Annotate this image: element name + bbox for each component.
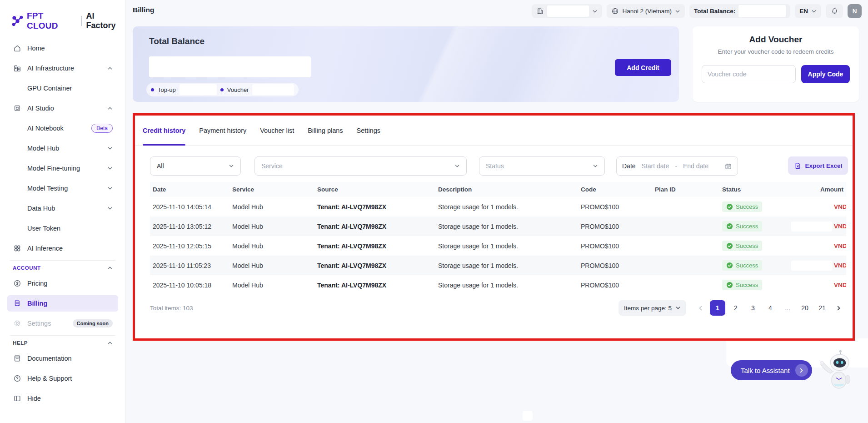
cell-code: PROMO$100 [578, 197, 652, 217]
sidebar-item-model-testing[interactable]: Model Testing [7, 180, 118, 196]
region-selector[interactable]: Hanoi 2 (Vietnam) [607, 4, 685, 18]
chevron-right-icon [795, 364, 808, 377]
sidebar-item-label: Home [27, 45, 113, 52]
voucher-code-input[interactable] [702, 65, 796, 83]
pricing-icon [13, 279, 22, 287]
sidebar-item-model-fine-tuning[interactable]: Model Fine-tuning [7, 160, 118, 176]
cell-service: Model Hub [229, 256, 314, 275]
sidebar-item-pricing[interactable]: Pricing [7, 275, 118, 292]
cell-service: Model Hub [229, 236, 314, 256]
topbar-controls: Hanoi 2 (Vietnam) Total Balance: EN N [532, 4, 862, 18]
sidebar-item-hide[interactable]: Hide [7, 390, 118, 407]
chevron-down-icon[interactable] [107, 206, 113, 211]
sidebar-item-home[interactable]: Home [7, 40, 118, 56]
date-range-separator: - [675, 162, 677, 170]
status-label: Success [736, 203, 758, 210]
sidebar-item-data-hub[interactable]: Data Hub [7, 200, 118, 217]
apply-code-button[interactable]: Apply Code [801, 65, 850, 83]
type-filter-select[interactable]: All [150, 156, 241, 176]
sidebar-item-documentation[interactable]: Documentation [7, 350, 118, 367]
sidebar-item-ai-notebook[interactable]: AI NotebookBeta [7, 120, 118, 136]
chevron-up-icon[interactable] [107, 265, 113, 271]
assistant-robot-mascot[interactable] [815, 349, 858, 398]
logo-divider [81, 16, 82, 26]
talk-to-assistant-button[interactable]: Talk to Assistant [731, 360, 812, 380]
sidebar-section-account: ACCOUNT [13, 265, 113, 271]
notifications-button[interactable] [826, 4, 843, 18]
chevron-down-icon [454, 163, 460, 169]
status-badge: Success [722, 201, 762, 212]
sidebar-section-help: HELP [13, 340, 113, 346]
language-selector[interactable]: EN [795, 4, 821, 18]
previous-page-button[interactable] [694, 300, 706, 316]
cell-service: Model Hub [229, 275, 314, 295]
column-header-date: Date [150, 182, 229, 197]
page-button-21[interactable]: 21 [815, 300, 829, 316]
cell-description: Storage usage for 1 models. [435, 217, 578, 236]
page-button-20[interactable]: 20 [798, 300, 812, 316]
page-button-4[interactable]: 4 [763, 300, 777, 316]
balance-value-redacted [738, 5, 786, 17]
tenant-selector[interactable] [532, 4, 602, 18]
sidebar-item-label: AI Studio [27, 105, 102, 112]
add-credit-button[interactable]: Add Credit [615, 59, 671, 76]
chevron-down-icon [675, 305, 681, 311]
brand-logo-text: FPT CLOUD [27, 11, 76, 31]
page-button-3[interactable]: 3 [746, 300, 760, 316]
language-value: EN [799, 8, 808, 15]
sidebar-item-help-support[interactable]: Help & Support [7, 370, 118, 387]
chevron-down-icon[interactable] [107, 146, 113, 151]
total-balance-summary[interactable]: Total Balance: [689, 4, 790, 18]
chevron-up-icon[interactable] [107, 106, 113, 111]
check-circle-icon [726, 282, 733, 288]
check-circle-icon [726, 262, 733, 269]
calendar-icon[interactable] [724, 162, 732, 170]
cell-service: Model Hub [229, 217, 314, 236]
filters-row: All Service Status Date Start date - End… [150, 156, 848, 176]
tab-voucher-list[interactable]: Voucher list [260, 116, 294, 145]
next-page-button[interactable] [833, 300, 844, 316]
cell-date: 2025-11-10 13:05:12 [150, 217, 229, 236]
amount-currency: VND [834, 281, 846, 288]
tab-billing-plans[interactable]: Billing plans [308, 116, 343, 145]
sidebar-item-billing[interactable]: Billing [7, 295, 118, 312]
column-header-source: Source [314, 182, 435, 197]
tab-settings[interactable]: Settings [357, 116, 380, 145]
beta-badge: Beta [91, 124, 113, 133]
brand-logo: FPT CLOUD AI Factory [0, 0, 125, 38]
sidebar-item-ai-infrastructure[interactable]: AI Infrastructure [7, 60, 118, 76]
chevron-up-icon[interactable] [107, 65, 113, 71]
service-filter-select[interactable]: Service [254, 156, 467, 176]
status-filter-select[interactable]: Status [479, 156, 605, 176]
page-button-2[interactable]: 2 [729, 300, 743, 316]
user-avatar[interactable]: N [848, 4, 862, 18]
table-body: 2025-11-10 14:05:14Model HubTenant: AI-L… [150, 197, 846, 295]
chevron-up-icon[interactable] [107, 340, 113, 346]
cell-amount: VND [788, 236, 846, 256]
sidebar-item-label: Settings [27, 320, 67, 327]
tab-credit-history[interactable]: Credit history [143, 116, 185, 145]
sidebar-item-ai-inference[interactable]: AI Inference [7, 240, 118, 257]
product-name: AI Factory [86, 11, 125, 30]
chevron-down-icon[interactable] [107, 166, 113, 171]
sidebar-item-model-hub[interactable]: Model Hub [7, 140, 118, 156]
date-range-picker[interactable]: Date Start date - End date [616, 156, 738, 176]
topup-value-redacted [180, 84, 217, 95]
cell-description: Storage usage for 1 models. [435, 236, 578, 256]
sidebar-section-label: ACCOUNT [13, 265, 107, 271]
sidebar-item-user-token[interactable]: User Token [7, 220, 118, 237]
sidebar-item-label: User Token [27, 225, 113, 232]
tab-payment-history[interactable]: Payment history [199, 116, 246, 145]
cell-status: Success [719, 197, 788, 217]
table-row: 2025-11-10 13:05:12Model HubTenant: AI-L… [150, 217, 846, 236]
items-per-page-select[interactable]: Items per page: 5 [619, 300, 686, 316]
export-excel-button[interactable]: Export Excel [788, 156, 848, 175]
page-button-1[interactable]: 1 [710, 300, 725, 316]
check-circle-icon [726, 223, 733, 230]
sidebar-item-gpu-container[interactable]: GPU Container [7, 80, 118, 96]
pagination: Items per page: 5 1234...2021 [619, 300, 844, 316]
sidebar-item-settings[interactable]: SettingsComing soon [7, 315, 118, 332]
amount-currency: VND [834, 222, 846, 229]
sidebar-item-ai-studio[interactable]: AI Studio [7, 100, 118, 116]
chevron-down-icon[interactable] [107, 186, 113, 191]
